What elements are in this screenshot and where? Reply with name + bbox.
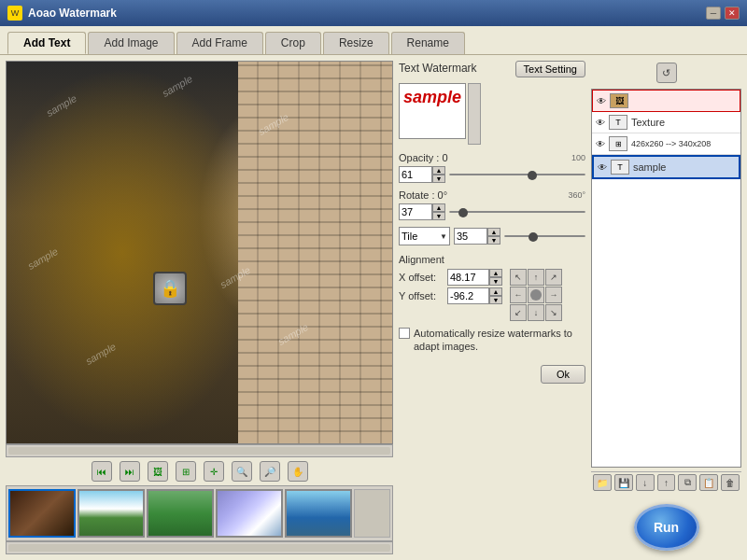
ok-button[interactable]: Ok — [541, 365, 585, 384]
brick-overlay — [238, 62, 392, 443]
tile-input[interactable]: 35 — [454, 228, 487, 245]
minimize-button[interactable]: ─ — [706, 7, 721, 20]
y-offset-input[interactable]: -96.2 — [447, 287, 489, 304]
thumbnail-2[interactable] — [78, 489, 145, 538]
tab-crop[interactable]: Crop — [265, 32, 321, 54]
thumbnails-scrollbar[interactable] — [6, 541, 393, 554]
x-offset-down-arrow[interactable]: ▼ — [489, 277, 502, 286]
text-preview-scrollbar-v[interactable] — [468, 83, 481, 145]
layer-3-eye[interactable]: 👁 — [596, 139, 605, 149]
y-offset-spinbox[interactable]: -96.2 ▲ ▼ — [447, 287, 502, 304]
layer-4-eye[interactable]: 👁 — [598, 162, 607, 173]
layer-4-label: sample — [633, 161, 735, 173]
rotate-up-arrow[interactable]: ▲ — [432, 203, 445, 212]
opacity-up-arrow[interactable]: ▲ — [432, 166, 445, 175]
tab-rename[interactable]: Rename — [391, 32, 465, 54]
content-area: 🔒 sample sample sample sample sample sam… — [0, 55, 747, 560]
main-container: Add Text Add Image Add Frame Crop Resize… — [0, 26, 747, 560]
layer-2-eye[interactable]: 👁 — [596, 118, 605, 128]
layer-3-label: 426x260 --> 340x208 — [631, 139, 737, 148]
rotate-input[interactable]: 37 — [399, 203, 432, 220]
opacity-slider[interactable] — [449, 174, 585, 175]
run-button-label: Run — [654, 520, 679, 535]
tile-slider-container — [504, 235, 585, 237]
dir-right[interactable]: → — [545, 287, 562, 303]
x-offset-input[interactable]: 48.17 — [447, 269, 489, 286]
auto-resize-label: Automatically resize watermarks to adapt… — [414, 327, 585, 354]
copy-button[interactable]: ⧉ — [678, 474, 697, 491]
tile-up-arrow[interactable]: ▲ — [487, 228, 500, 236]
text-setting-button[interactable]: Text Setting — [515, 61, 585, 77]
rotate-slider-container — [449, 211, 585, 213]
run-button[interactable]: Run — [634, 504, 699, 551]
auto-resize-checkbox[interactable] — [399, 328, 410, 339]
layer-1-eye[interactable]: 👁 — [597, 96, 606, 106]
close-button[interactable]: ✕ — [725, 7, 740, 20]
app-title: Aoao Watermark — [28, 7, 117, 20]
dir-center[interactable] — [528, 287, 544, 303]
nav-move-button[interactable]: ✛ — [204, 461, 224, 482]
tab-resize[interactable]: Resize — [323, 32, 389, 54]
nav-image-button[interactable]: 🖼 — [148, 461, 168, 482]
nav-first-button[interactable]: ⏮ — [92, 461, 112, 482]
y-offset-up-arrow[interactable]: ▲ — [489, 287, 502, 296]
nav-crop-button[interactable]: ⊞ — [176, 461, 196, 482]
layer-4-icon: T — [611, 160, 629, 175]
layer-item-4[interactable]: 👁 T sample — [592, 155, 740, 179]
dir-left[interactable]: ← — [510, 287, 527, 303]
x-offset-up-arrow[interactable]: ▲ — [489, 269, 502, 277]
thumbnail-4[interactable] — [216, 489, 283, 538]
rotate-slider[interactable] — [449, 211, 585, 213]
dir-upright[interactable]: ↗ — [545, 269, 562, 286]
right-panel: ↺ 👁 🖼 👁 T Texture 👁 ⊞ — [591, 61, 741, 554]
delete-button[interactable]: 🗑 — [721, 474, 740, 491]
opacity-input[interactable]: 61 — [399, 166, 432, 183]
move-down-button[interactable]: ↓ — [636, 474, 655, 491]
nav-hand-button[interactable]: ✋ — [288, 461, 308, 482]
y-offset-label: Y offset: — [399, 290, 444, 301]
save-button[interactable]: 💾 — [614, 474, 633, 491]
move-up-button[interactable]: ↑ — [657, 474, 676, 491]
rotate-max: 360° — [568, 190, 585, 200]
tile-slider[interactable] — [504, 235, 585, 237]
tab-add-image[interactable]: Add Image — [88, 32, 174, 54]
tab-add-frame[interactable]: Add Frame — [176, 32, 263, 54]
dir-upleft[interactable]: ↖ — [510, 269, 527, 286]
nav-zoomin-button[interactable]: 🔍 — [232, 461, 252, 482]
dir-down[interactable]: ↓ — [528, 304, 544, 321]
panel-toolbar: ↺ — [591, 61, 741, 85]
preview-scrollbar-h[interactable] — [6, 444, 393, 457]
nav-prev-button[interactable]: ⏭ — [120, 461, 140, 482]
lock-icon-overlay: 🔒 — [153, 272, 187, 305]
refresh-button[interactable]: ↺ — [656, 63, 677, 83]
paste-button[interactable]: 📋 — [699, 474, 718, 491]
dir-downleft[interactable]: ↙ — [510, 304, 527, 321]
tile-select[interactable]: Tile ▼ — [399, 227, 450, 245]
layer-2-icon: T — [609, 115, 627, 130]
layer-item-3[interactable]: 👁 ⊞ 426x260 --> 340x208 — [592, 133, 740, 155]
layer-item-1[interactable]: 👁 🖼 — [592, 90, 740, 112]
x-offset-spinbox[interactable]: 48.17 ▲ ▼ — [447, 269, 502, 286]
thumbnail-1[interactable] — [8, 489, 76, 538]
rotate-down-arrow[interactable]: ▼ — [432, 212, 445, 220]
tab-add-text[interactable]: Add Text — [7, 32, 86, 54]
rotate-control-row: 37 ▲ ▼ — [399, 203, 585, 220]
thumbnail-5[interactable] — [285, 489, 352, 538]
tile-down-arrow[interactable]: ▼ — [487, 236, 500, 245]
folder-button[interactable]: 📁 — [593, 474, 612, 491]
nav-zoomout-button[interactable]: 🔎 — [260, 461, 280, 482]
y-offset-down-arrow[interactable]: ▼ — [489, 296, 502, 304]
text-preview-box[interactable]: sample — [399, 83, 466, 139]
x-offset-label: X offset: — [399, 272, 444, 283]
rotate-spinbox[interactable]: 37 ▲ ▼ — [399, 203, 445, 220]
thumbnail-3[interactable] — [147, 489, 214, 538]
offset-grid: X offset: 48.17 ▲ ▼ Y offset: — [399, 269, 502, 304]
tile-spinbox[interactable]: 35 ▲ ▼ — [454, 228, 500, 245]
dir-up[interactable]: ↑ — [528, 269, 544, 286]
dir-downright[interactable]: ↘ — [545, 304, 562, 321]
direction-pad: ↖ ↑ ↗ ← → ↙ ↓ ↘ — [510, 269, 562, 321]
opacity-down-arrow[interactable]: ▼ — [432, 175, 445, 183]
rotate-label: Rotate : 0° — [399, 189, 450, 201]
layer-item-2[interactable]: 👁 T Texture — [592, 112, 740, 133]
opacity-spinbox[interactable]: 61 ▲ ▼ — [399, 166, 445, 183]
